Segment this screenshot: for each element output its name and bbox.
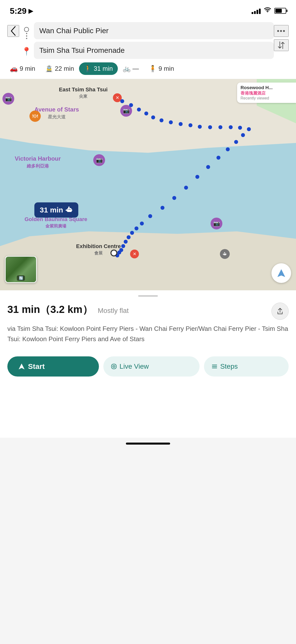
action-buttons: Start Live View Steps <box>7 356 289 376</box>
back-button[interactable] <box>7 25 19 37</box>
route-summary: 31 min（3.2 km） Mostly flat <box>7 302 289 320</box>
location-arrow-icon: ▶ <box>28 7 33 15</box>
start-button[interactable]: Start <box>7 356 99 376</box>
rideshare-icon: 🧍 <box>149 65 157 72</box>
route-dot <box>189 123 192 127</box>
route-dot <box>206 165 210 169</box>
time-bubble-icon: ⛴ <box>65 206 73 214</box>
route-dot <box>241 133 245 137</box>
battery-icon <box>275 8 286 14</box>
live-view-button[interactable]: Live View <box>103 356 200 376</box>
route-dot <box>172 196 176 200</box>
route-dot <box>184 186 188 190</box>
more-options-button[interactable]: ••• <box>274 25 289 37</box>
home-indicator-area <box>0 438 296 447</box>
route-dot <box>130 231 134 235</box>
route-dot <box>134 226 138 230</box>
victoria-harbour-label: Victoria Harbour 維多利亞港 <box>15 155 61 169</box>
walk-icon: 🚶 <box>84 65 92 72</box>
route-dot <box>121 244 125 248</box>
route-dot <box>127 235 131 239</box>
route-description: via Tsim Sha Tsui: Kowloon Point Ferry P… <box>7 324 289 344</box>
route-dot <box>219 125 222 129</box>
golden-bauhinia-label: Golden Bauhinia Square 金紫荊廣場 <box>24 216 87 229</box>
origin-marker <box>110 250 117 256</box>
signal-strength-icon <box>252 8 261 14</box>
map-land-hk <box>0 231 296 290</box>
home-bar <box>126 442 170 444</box>
tab-rideshare[interactable]: 🧍 9 min <box>144 62 179 75</box>
route-dot <box>229 125 233 129</box>
route-dot <box>120 99 124 103</box>
route-dot <box>137 108 141 112</box>
status-time: 5:29 <box>10 6 26 16</box>
status-icons <box>252 7 286 15</box>
steps-label: Steps <box>220 362 238 370</box>
route-dot <box>195 175 199 179</box>
ferry-marker[interactable]: ⛴ <box>220 249 230 259</box>
route-dot <box>247 127 251 131</box>
origin-dot <box>24 27 29 32</box>
destination-pin-icon: 📍 <box>21 48 31 55</box>
photo-marker-left[interactable]: 📷 <box>2 93 14 105</box>
swap-directions-button[interactable] <box>274 39 289 51</box>
tab-bike[interactable]: 🚲 — <box>118 62 144 75</box>
rosewood-name: Rosewood H... <box>241 85 293 90</box>
route-dot <box>217 156 220 160</box>
header: 📍 ••• <box>0 20 296 59</box>
tab-car[interactable]: 🚗 9 min <box>5 62 40 75</box>
wifi-icon <box>264 7 272 15</box>
route-dot <box>179 122 183 126</box>
tab-transit[interactable]: 🚊 22 min <box>40 62 79 75</box>
tab-walk[interactable]: 🚶 31 min <box>79 62 118 75</box>
victoria-harbour-photo-marker[interactable]: 📷 <box>93 154 105 166</box>
start-label: Start <box>28 362 45 371</box>
navigation-button[interactable] <box>272 263 291 283</box>
route-dot <box>160 118 163 122</box>
destination-input[interactable] <box>34 42 274 59</box>
route-connector <box>26 33 27 46</box>
time-bubble-text: 31 min <box>40 206 63 214</box>
route-dot <box>151 116 155 119</box>
bike-icon: 🚲 <box>123 65 131 72</box>
route-dot <box>226 147 230 151</box>
svg-point-1 <box>113 366 114 367</box>
star-marker-exhibition: ✕ <box>130 250 139 258</box>
route-dot <box>140 222 144 226</box>
car-icon: 🚗 <box>10 65 18 72</box>
route-dot <box>148 214 152 218</box>
route-terrain: Mostly flat <box>98 307 129 314</box>
route-dot <box>238 126 242 130</box>
route-dot <box>144 112 148 116</box>
rosewood-recently-viewed: Recently viewed <box>241 96 293 100</box>
route-dot <box>198 125 202 129</box>
route-dot <box>208 125 212 129</box>
street-view-badge: 🔄 <box>17 275 25 281</box>
time-bubble: 31 min ⛴ <box>34 202 78 218</box>
route-dot <box>129 103 133 107</box>
street-view-thumbnail[interactable]: 🔄 <box>5 256 37 283</box>
share-button[interactable] <box>272 302 289 320</box>
rosewood-cn: 香港瑰麗酒店 <box>241 90 293 96</box>
drag-handle <box>138 295 158 297</box>
route-time-distance: 31 min（3.2 km） <box>7 304 93 315</box>
transit-icon: 🚊 <box>45 65 53 72</box>
route-dot <box>234 140 238 144</box>
live-view-label: Live View <box>120 362 149 370</box>
bottom-panel: 31 min（3.2 km） Mostly flat via Tsim Sha … <box>0 290 296 438</box>
golden-bauhinia-photo-marker[interactable]: 📷 <box>211 218 222 230</box>
route-dot <box>161 206 164 210</box>
transport-tabs: 🚗 9 min 🚊 22 min 🚶 31 min 🚲 — 🧍 9 min <box>0 59 296 79</box>
steps-button[interactable]: Steps <box>204 356 289 376</box>
status-bar: 5:29 ▶ <box>0 0 296 20</box>
map-area[interactable]: Avenue of Stars 星光大道 East Tsim Sha Tsui … <box>0 79 296 290</box>
food-marker[interactable]: 🍽 <box>29 110 41 122</box>
origin-input[interactable] <box>34 22 274 39</box>
route-dot <box>169 120 173 124</box>
more-dots-icon: ••• <box>277 27 286 35</box>
rosewood-card[interactable]: Rosewood H... 香港瑰麗酒店 Recently viewed <box>237 82 296 103</box>
route-dot <box>124 240 128 244</box>
